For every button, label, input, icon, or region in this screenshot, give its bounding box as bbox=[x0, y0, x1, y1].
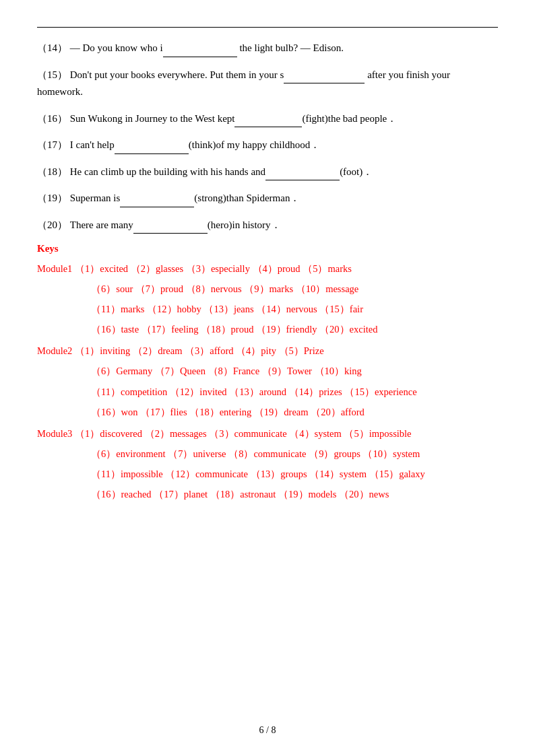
page-footer: 6 / 8 bbox=[0, 725, 535, 736]
q20-text-after: (hero)in history． bbox=[208, 219, 281, 230]
question-18: （18） He can climb up the building with h… bbox=[37, 164, 498, 181]
keys-title: Keys bbox=[37, 243, 498, 254]
q17-text-before: I can't help bbox=[70, 139, 115, 150]
module1-name: Module1 bbox=[37, 263, 72, 274]
q16-blank bbox=[234, 127, 302, 127]
question-20: （20） There are many(hero)in history． bbox=[37, 217, 498, 234]
q17-blank bbox=[115, 153, 189, 154]
module1-line3: （11）marks （12）hobby （13）jeans （14）nervou… bbox=[37, 300, 498, 318]
q18-text-before: He can climb up the building with his ha… bbox=[70, 166, 265, 177]
q15-text-before: Don't put your books everywhere. Put the… bbox=[70, 69, 284, 80]
module1-line2: （6）sour （7）proud （8）nervous （9）marks （10… bbox=[37, 280, 498, 298]
q17-number: （17） bbox=[37, 139, 67, 150]
q19-text-after: (strong)than Spiderman． bbox=[194, 193, 300, 203]
q14-text-after: the light bulb? — Edison. bbox=[237, 42, 344, 53]
q19-number: （19） bbox=[37, 193, 67, 203]
q20-number: （20） bbox=[37, 219, 67, 230]
module2-line2: （6）Germany （7）Queen （8）France （9）Tower （… bbox=[37, 362, 498, 380]
q16-number: （16） bbox=[37, 113, 67, 124]
module3-line1: Module3 （1）discovered （2）messages （3）com… bbox=[37, 425, 498, 442]
q18-blank bbox=[265, 180, 340, 180]
q14-number: （14） bbox=[37, 42, 67, 53]
question-15: （15） Don't put your books everywhere. Pu… bbox=[37, 67, 498, 101]
module1-line1-text: （1）excited （2）glasses （3）especially （4）p… bbox=[75, 263, 352, 274]
module3-line3: （11）impossible （12）communicate （13）group… bbox=[37, 465, 498, 483]
q20-blank bbox=[133, 233, 208, 234]
top-divider bbox=[37, 27, 498, 28]
module1-line4: （16）taste （17）feeling （18）proud （19）frie… bbox=[37, 320, 498, 338]
keys-section: Keys Module1 （1）excited （2）glasses （3）es… bbox=[37, 243, 498, 503]
question-14: （14） — Do you know who i the light bulb?… bbox=[37, 40, 498, 57]
q16-text-after: (fight)the bad people． bbox=[302, 113, 397, 124]
q14-text-before: — Do you know who i bbox=[70, 42, 163, 53]
module3-line4: （16）reached （17）planet （18）astronaut （19… bbox=[37, 485, 498, 503]
module2-line1-text: （1）inviting （2）dream （3）afford （4）pity （… bbox=[75, 345, 324, 356]
question-16: （16） Sun Wukong in Journey to the West k… bbox=[37, 110, 498, 128]
q20-text-before: There are many bbox=[70, 219, 133, 230]
q18-text-after: (foot)． bbox=[340, 166, 373, 177]
module2-line1: Module2 （1）inviting （2）dream （3）afford （… bbox=[37, 342, 498, 359]
q15-text-after: after you finish your bbox=[365, 69, 450, 80]
module1-line1: Module1 （1）excited （2）glasses （3）especia… bbox=[37, 260, 498, 277]
module2-line4: （16）won （17）flies （18）entering （19）dream… bbox=[37, 403, 498, 421]
question-19: （19） Superman is(strong)than Spiderman． bbox=[37, 190, 498, 207]
q18-number: （18） bbox=[37, 166, 67, 177]
module3-line1-text: （1）discovered （2）messages （3）communicate… bbox=[75, 428, 412, 439]
module3-line2: （6）environment （7）universe （8）communicat… bbox=[37, 445, 498, 462]
q15-continuation: homework. bbox=[37, 83, 498, 101]
question-17: （17） I can't help(think)of my happy chil… bbox=[37, 137, 498, 154]
q19-text-before: Superman is bbox=[70, 193, 121, 203]
q15-number: （15） bbox=[37, 69, 67, 80]
q17-text-after: (think)of my happy childhood． bbox=[189, 139, 320, 150]
q14-blank bbox=[163, 57, 237, 57]
module2-name: Module2 bbox=[37, 345, 72, 356]
q19-blank bbox=[120, 207, 194, 207]
q15-blank bbox=[284, 83, 365, 83]
module2-line3: （11）competition （12）invited （13）around （… bbox=[37, 383, 498, 401]
module3-name: Module3 bbox=[37, 428, 72, 439]
q16-text-before: Sun Wukong in Journey to the West kept bbox=[70, 113, 235, 124]
